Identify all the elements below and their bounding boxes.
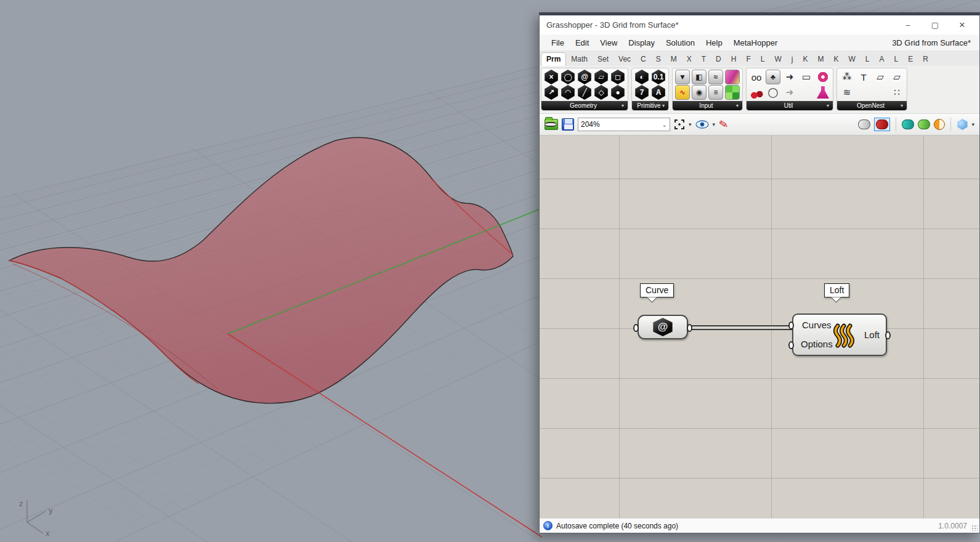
graph-mapper-icon[interactable]: ≈ bbox=[708, 70, 723, 84]
resize-grip[interactable] bbox=[971, 525, 978, 531]
menu-solution[interactable]: Solution bbox=[660, 36, 700, 50]
preview-off-icon[interactable] bbox=[545, 122, 557, 127]
packing-circles-icon[interactable]: ∷ bbox=[889, 85, 904, 100]
billboard-icon[interactable]: ▭ bbox=[799, 70, 814, 84]
tab-prm-0[interactable]: Prm bbox=[541, 52, 566, 66]
loft-output-label[interactable]: Loft bbox=[864, 330, 880, 340]
group-expand-caret[interactable]: ▾ bbox=[662, 103, 665, 108]
tab-l-21[interactable]: L bbox=[889, 53, 904, 66]
tab-r-23[interactable]: R bbox=[918, 53, 933, 66]
preview-wireframe-icon[interactable] bbox=[858, 119, 870, 129]
curve-icon[interactable]: @ bbox=[577, 70, 592, 84]
loft-component[interactable]: Curves Options Loft bbox=[792, 313, 887, 356]
cluster-icon[interactable]: ◯ bbox=[766, 85, 780, 100]
draw-fancy-wires-icon[interactable] bbox=[934, 119, 945, 130]
text-icon[interactable]: A bbox=[651, 85, 666, 100]
knob-icon[interactable]: ◉ bbox=[692, 85, 707, 100]
curve-param-output-nub[interactable] bbox=[687, 324, 692, 332]
tab-math-1[interactable]: Math bbox=[566, 53, 593, 66]
preview-shaded-icon[interactable] bbox=[876, 119, 888, 129]
tab-h-10[interactable]: H bbox=[726, 53, 742, 66]
boolean-toggle-icon[interactable]: ◧ bbox=[692, 70, 707, 84]
number-slider-icon[interactable]: ▼ bbox=[675, 70, 690, 84]
maximize-button[interactable]: ▢ bbox=[921, 15, 949, 34]
tab-vec-3[interactable]: Vec bbox=[614, 53, 636, 66]
arc-icon[interactable]: ◠ bbox=[561, 85, 575, 100]
ellipse-icon[interactable]: ◯ bbox=[561, 70, 575, 84]
group-expand-caret[interactable]: ▾ bbox=[622, 103, 624, 108]
data-input-icon[interactable]: ➜ bbox=[782, 70, 797, 84]
loft-output-nub[interactable] bbox=[885, 331, 891, 339]
group-expand-caret[interactable]: ▾ bbox=[736, 103, 739, 108]
menu-edit[interactable]: Edit bbox=[570, 36, 594, 50]
number-icon[interactable]: 0.1 bbox=[651, 70, 666, 84]
chevron-down-icon[interactable]: ⌄ bbox=[662, 121, 667, 128]
menu-display[interactable]: Display bbox=[623, 36, 660, 50]
box-icon[interactable]: ◻ bbox=[610, 70, 625, 84]
plane-icon[interactable]: ▱ bbox=[889, 70, 904, 84]
tab-m-6[interactable]: M bbox=[666, 53, 682, 66]
value-list-icon[interactable]: ≡ bbox=[708, 85, 723, 100]
integer-icon[interactable]: 7 bbox=[634, 85, 649, 100]
group-expand-caret[interactable]: ▾ bbox=[901, 103, 903, 108]
tab-x-7[interactable]: X bbox=[682, 53, 697, 66]
grasshopper-canvas[interactable]: Curve Loft @ Curves Options bbox=[540, 136, 979, 518]
tab-m-16[interactable]: M bbox=[813, 53, 829, 66]
sphere-icon[interactable]: ● bbox=[610, 85, 625, 100]
tab-k-15[interactable]: K bbox=[798, 53, 812, 66]
zoom-extents-icon[interactable] bbox=[674, 119, 685, 130]
menu-help[interactable]: Help bbox=[700, 36, 728, 50]
tab-e-22[interactable]: E bbox=[903, 53, 918, 66]
tab-set-2[interactable]: Set bbox=[593, 53, 614, 66]
tab-f-11[interactable]: F bbox=[741, 53, 755, 66]
boolean-icon[interactable]: ◐ bbox=[634, 70, 649, 84]
minimize-button[interactable]: – bbox=[894, 15, 921, 34]
loft-options-input-nub[interactable] bbox=[788, 341, 794, 349]
menu-file[interactable]: File bbox=[546, 36, 570, 50]
flask-icon[interactable] bbox=[816, 85, 830, 100]
tree-icon[interactable]: ♣ bbox=[766, 70, 780, 84]
tab-c-4[interactable]: C bbox=[636, 53, 651, 66]
document-preview-settings-icon[interactable] bbox=[957, 119, 968, 130]
draw-icons-icon[interactable] bbox=[918, 119, 930, 129]
preview-eye-icon[interactable] bbox=[695, 120, 709, 129]
label-icon[interactable]: T bbox=[856, 70, 871, 84]
curve-param[interactable]: @ bbox=[638, 315, 688, 339]
loft-curves-input-nub[interactable] bbox=[788, 322, 794, 330]
sketch-quill-icon[interactable]: ✎ bbox=[718, 117, 729, 132]
eye-dropdown-caret[interactable]: ▾ bbox=[713, 121, 716, 127]
mesh-icon[interactable]: ◇ bbox=[594, 85, 609, 100]
group-expand-caret[interactable]: ▾ bbox=[827, 103, 829, 108]
tab-s-5[interactable]: S bbox=[651, 53, 666, 66]
data-output-icon[interactable]: ➜ bbox=[782, 85, 797, 100]
menu-view[interactable]: View bbox=[594, 36, 623, 50]
only-draw-selected-icon[interactable] bbox=[902, 119, 914, 129]
title-bar[interactable]: Grasshopper - 3D Grid from Surface* – ▢ … bbox=[540, 15, 979, 34]
surface-icon[interactable]: ▱ bbox=[594, 70, 609, 84]
curve-to-loft-wire[interactable] bbox=[689, 325, 793, 330]
ripple-icon[interactable]: ≋ bbox=[840, 85, 854, 100]
preview-settings-caret[interactable]: ▾ bbox=[971, 121, 974, 127]
tab-j-14[interactable]: j bbox=[787, 53, 798, 66]
line-icon[interactable]: ╱ bbox=[577, 85, 592, 100]
sheet-icon[interactable]: ▱ bbox=[873, 70, 888, 84]
tab-w-18[interactable]: W bbox=[844, 53, 861, 66]
cherry-picker-icon[interactable] bbox=[749, 85, 764, 100]
tab-l-19[interactable]: L bbox=[861, 53, 875, 66]
shell-icon[interactable] bbox=[816, 70, 830, 84]
colour-swatch-icon[interactable] bbox=[725, 85, 740, 100]
sketch-icon[interactable]: ∿ bbox=[675, 85, 690, 100]
null-item-icon[interactable]: × bbox=[544, 70, 559, 84]
menu-metahopper[interactable]: MetaHopper bbox=[728, 36, 784, 50]
gradient-icon[interactable] bbox=[725, 70, 740, 84]
tab-t-8[interactable]: T bbox=[697, 53, 711, 66]
tab-d-9[interactable]: D bbox=[711, 53, 726, 66]
zoom-dropdown-caret[interactable]: ▾ bbox=[689, 121, 692, 127]
tab-w-13[interactable]: W bbox=[769, 53, 786, 66]
zoom-level-combo[interactable]: 204% ⌄ bbox=[578, 118, 670, 131]
tab-k-17[interactable]: K bbox=[829, 53, 844, 66]
curve-param-input-nub[interactable] bbox=[633, 324, 639, 332]
spectacles-icon[interactable]: oo bbox=[749, 70, 764, 84]
vector-icon[interactable]: ↗ bbox=[544, 85, 559, 100]
save-file-icon[interactable] bbox=[562, 118, 574, 131]
